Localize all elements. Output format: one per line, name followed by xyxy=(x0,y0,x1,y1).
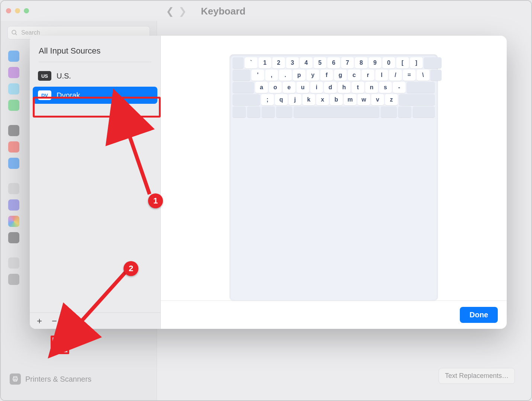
key: n xyxy=(365,82,378,93)
key: 5 xyxy=(314,57,326,68)
key: 3 xyxy=(286,57,299,68)
done-button[interactable]: Done xyxy=(460,307,498,323)
sidebar-item-label: Printers & Scanners xyxy=(25,375,92,384)
sidebar-item-battery-icon[interactable] xyxy=(8,100,19,111)
key: 2 xyxy=(272,57,285,68)
key: s xyxy=(379,82,392,93)
page-title: Keyboard xyxy=(201,6,246,17)
sidebar-item-screensaver-icon[interactable] xyxy=(8,83,19,94)
key: k xyxy=(302,94,315,105)
key: 4 xyxy=(300,57,313,68)
key: b xyxy=(330,94,343,105)
sidebar-item-keyboard-icon[interactable] xyxy=(8,257,19,269)
key: 0 xyxy=(382,57,395,68)
key: ` xyxy=(245,57,257,68)
sidebar-item-wallet-icon[interactable] xyxy=(8,232,19,243)
key: , xyxy=(265,70,278,81)
key: h xyxy=(338,82,350,93)
nav-back-icon[interactable]: ❮ xyxy=(166,6,174,17)
key: e xyxy=(283,82,295,93)
sidebar-item-printers[interactable]: Printers & Scanners xyxy=(10,373,92,385)
sidebar-item-appearance-icon[interactable] xyxy=(8,51,19,62)
key: g xyxy=(334,70,347,81)
input-source-us[interactable]: US U.S. xyxy=(33,67,157,84)
divider xyxy=(39,62,151,62)
sidebar-item-trackpad-icon[interactable] xyxy=(8,274,19,285)
svg-line-1 xyxy=(15,33,17,35)
text-replacements-button[interactable]: Text Replacements… xyxy=(439,368,515,384)
sheet-header: All Input Sources xyxy=(30,36,160,62)
nav-forward-icon: ❯ xyxy=(179,6,187,17)
window-zoom-button[interactable] xyxy=(24,8,29,13)
key: w xyxy=(358,94,370,105)
key: 9 xyxy=(369,57,381,68)
key: . xyxy=(279,70,292,81)
sidebar-item-users-icon[interactable] xyxy=(8,158,19,169)
input-source-label: U.S. xyxy=(57,72,71,80)
input-source-dvorak[interactable]: DV Dvorak xyxy=(33,87,157,104)
input-sources-sheet: All Input Sources US U.S. DV Dvorak + − … xyxy=(30,36,507,329)
key: / xyxy=(389,70,402,81)
sidebar-item-wallpaper-icon[interactable] xyxy=(8,67,19,78)
key: d xyxy=(324,82,337,93)
sheet-sidebar: All Input Sources US U.S. DV Dvorak + − xyxy=(30,36,161,329)
sheet-footer: Done xyxy=(161,301,507,329)
input-source-list: US U.S. DV Dvorak xyxy=(30,67,160,312)
key: y xyxy=(307,70,319,81)
printer-icon xyxy=(10,373,21,385)
key: t xyxy=(352,82,364,93)
key-modifier xyxy=(247,106,260,118)
search-icon xyxy=(11,29,18,36)
input-source-label: Dvorak xyxy=(57,91,80,100)
key-modifier xyxy=(430,70,442,81)
key: 8 xyxy=(355,57,368,68)
key-spacebar xyxy=(294,106,379,118)
key: 1 xyxy=(259,57,271,68)
key-modifier xyxy=(413,106,435,118)
key: ' xyxy=(251,70,264,81)
dv-badge-icon: DV xyxy=(38,90,51,100)
add-source-button[interactable]: + xyxy=(32,314,47,328)
key: r xyxy=(362,70,374,81)
key: j xyxy=(289,94,301,105)
key: m xyxy=(344,94,356,105)
key: 6 xyxy=(327,57,340,68)
window-close-button[interactable] xyxy=(6,8,11,13)
sidebar-item-passwords-icon[interactable] xyxy=(8,183,19,194)
sidebar-item-touchid-icon[interactable] xyxy=(8,141,19,153)
window-minimize-button[interactable] xyxy=(15,8,20,13)
key: o xyxy=(269,82,282,93)
key-modifier xyxy=(381,106,397,118)
key: ; xyxy=(261,94,274,105)
key: 7 xyxy=(341,57,354,68)
key: \ xyxy=(417,70,429,81)
key: a xyxy=(255,82,268,93)
key-modifier xyxy=(262,106,275,118)
key-modifier xyxy=(398,106,411,118)
key: i xyxy=(310,82,323,93)
key: v xyxy=(371,94,384,105)
traffic-lights xyxy=(6,8,29,13)
key: l xyxy=(375,70,388,81)
sidebar-item-internet-icon[interactable] xyxy=(8,199,19,211)
key: z xyxy=(385,94,398,105)
key: - xyxy=(393,82,406,93)
key-modifier xyxy=(233,106,246,118)
sheet-toolbar: + − xyxy=(30,312,160,329)
toolbar: ❮ ❯ Keyboard xyxy=(157,1,531,22)
key: p xyxy=(293,70,305,81)
key: c xyxy=(348,70,360,81)
keyboard-preview: `1234567890[] ',.pyfgcrl/=\ aoeuidhtns- … xyxy=(230,54,438,301)
sidebar-item-gamecenter-icon[interactable] xyxy=(8,216,19,227)
key-modifier xyxy=(407,82,435,93)
key: f xyxy=(320,70,333,81)
key: ] xyxy=(410,57,423,68)
key-modifier xyxy=(276,106,292,118)
key-modifier xyxy=(399,94,435,105)
sidebar-item-lock-icon[interactable] xyxy=(8,125,19,136)
key: = xyxy=(403,70,416,81)
key: x xyxy=(316,94,329,105)
us-badge-icon: US xyxy=(38,71,51,81)
remove-source-button[interactable]: − xyxy=(47,314,62,328)
key: [ xyxy=(396,57,409,68)
